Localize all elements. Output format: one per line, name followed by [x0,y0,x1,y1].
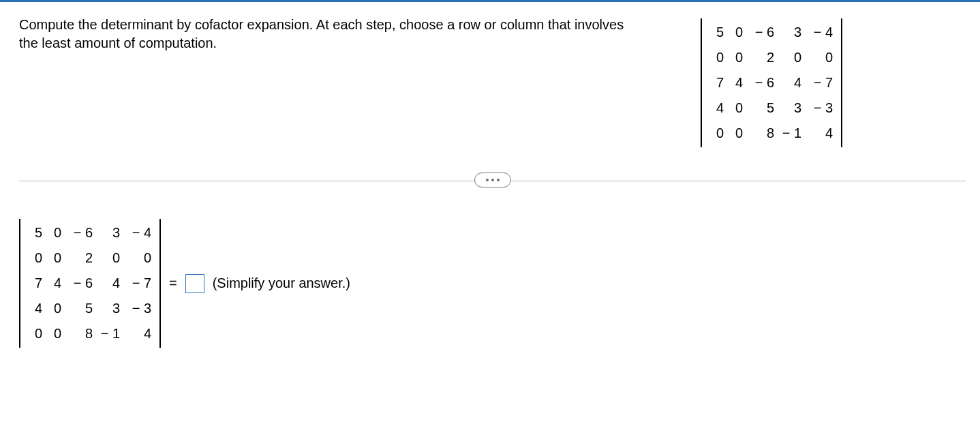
cell: 0 [777,45,804,70]
cell: − 1 [777,121,804,146]
cell: 5 [64,296,95,321]
cell: 0 [804,45,836,70]
cell: 0 [45,220,64,245]
cell: 0 [726,45,746,70]
cell: 0 [726,95,746,121]
cell: 8 [746,121,777,146]
ellipsis-icon [491,179,494,181]
cell: 3 [777,95,804,121]
cell: − 7 [123,271,154,296]
cell: 7 [707,70,726,95]
cell: 5 [707,20,726,45]
cell: 3 [95,296,123,321]
cell: − 6 [746,70,777,95]
cell: − 6 [64,220,95,245]
ellipsis-icon [486,179,489,181]
cell: 4 [45,271,64,296]
cell: 4 [26,296,45,321]
cell: 7 [26,271,45,296]
cell: 0 [123,245,154,271]
cell: 8 [64,321,95,346]
cell: − 3 [804,95,836,121]
cell: 0 [45,296,64,321]
cell: 4 [804,121,836,146]
expand-button[interactable] [474,172,511,188]
ellipsis-icon [497,179,500,181]
equals-sign: = [169,275,177,291]
hint-text: (Simplify your answer.) [213,275,350,291]
cell: − 7 [804,70,836,95]
cell: − 4 [123,220,154,245]
cell: 5 [746,95,777,121]
cell: 0 [26,321,45,346]
matrix-answer-lhs: 5 0 − 6 3 − 4 0 0 2 0 0 7 4 − 6 4 [19,219,161,348]
cell: − 3 [123,296,154,321]
matrix-display: 5 0 − 6 3 − 4 0 0 2 0 0 7 [701,18,842,147]
cell: 5 [26,220,45,245]
cell: 3 [95,220,123,245]
cell: 0 [726,20,746,45]
answer-input[interactable] [185,274,204,293]
cell: 0 [726,121,746,146]
cell: − 1 [95,321,123,346]
cell: 4 [726,70,746,95]
cell: 0 [707,121,726,146]
cell: 2 [64,245,95,271]
cell: − 6 [64,271,95,296]
cell: − 6 [746,20,777,45]
cell: 0 [95,245,123,271]
question-text: Compute the determinant by cofactor expa… [19,13,646,52]
cell: 4 [95,271,123,296]
cell: 4 [123,321,154,346]
cell: 0 [45,321,64,346]
cell: 2 [746,45,777,70]
cell: − 4 [804,20,836,45]
cell: 0 [707,45,726,70]
cell: 0 [26,245,45,271]
cell: 0 [45,245,64,271]
cell: 3 [777,20,804,45]
cell: 4 [777,70,804,95]
cell: 4 [707,95,726,121]
